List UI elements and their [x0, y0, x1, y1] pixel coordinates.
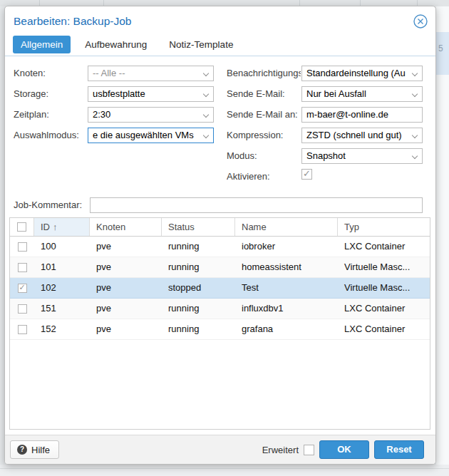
question-circle-icon — [17, 445, 27, 455]
table-header-row: ID↑ Knoten Status Name Typ — [10, 218, 430, 237]
row-checkbox[interactable] — [18, 263, 27, 272]
table-row[interactable]: 152pverunninggrafanaLXC Container — [10, 319, 430, 340]
select-all-checkbox-cell[interactable] — [10, 218, 34, 236]
dialog-title: Bearbeiten: Backup-Job — [14, 15, 131, 28]
vm-table-body: 100pverunningiobrokerLXC Container101pve… — [10, 237, 430, 340]
dialog-footer: Hilfe Erweitert OK Reset — [5, 435, 435, 464]
cell-name[interactable]: Test — [235, 278, 338, 298]
row-checkbox-cell[interactable] — [10, 319, 34, 339]
row-checkbox-cell[interactable] — [10, 257, 34, 277]
cell-knoten[interactable]: pve — [90, 257, 162, 277]
row-checkbox[interactable] — [18, 325, 27, 334]
row-checkbox[interactable] — [18, 242, 27, 252]
table-row[interactable]: 101pverunninghomeassistentVirtuelle Masc… — [10, 257, 430, 278]
cell-status[interactable]: running — [162, 299, 235, 319]
benachrichtigungsmodus-label: Benachrichtigungs — [227, 66, 301, 81]
chevron-down-icon — [412, 133, 418, 138]
tab-bar: Allgemein Aufbewahrung Notiz-Template — [13, 36, 241, 53]
cell-status[interactable]: running — [162, 319, 235, 339]
edit-backup-job-dialog: Bearbeiten: Backup-Job Allgemein Aufbewa… — [4, 6, 436, 465]
storage-label: Storage: — [14, 86, 86, 102]
kompression-select[interactable]: ZSTD (schnell und gut) — [301, 128, 423, 143]
zeitplan-combo[interactable]: 2:30 — [88, 107, 214, 123]
storage-select[interactable]: usbfestplatte — [88, 86, 214, 102]
modus-label: Modus: — [227, 148, 301, 164]
cell-typ[interactable]: Virtuelle Masc... — [338, 278, 430, 298]
chevron-down-icon — [412, 91, 418, 97]
chevron-down-icon — [203, 91, 209, 97]
tab-allgemein[interactable]: Allgemein — [13, 36, 71, 53]
cell-id[interactable]: 152 — [34, 319, 90, 339]
vm-selection-table: ID↑ Knoten Status Name Typ 100pverunning… — [9, 217, 430, 430]
close-icon[interactable] — [413, 14, 428, 29]
job-kommentar-label: Job-Kommentar: — [14, 197, 86, 213]
cell-status[interactable]: stopped — [162, 278, 235, 298]
knoten-select[interactable]: -- Alle -- — [88, 66, 214, 81]
background-bottom-strip — [0, 465, 449, 476]
column-header-status[interactable]: Status — [162, 218, 235, 236]
column-header-id[interactable]: ID↑ — [34, 218, 90, 236]
erweitert-label: Erweitert — [262, 445, 299, 455]
cell-knoten[interactable]: pve — [90, 299, 162, 319]
cell-typ[interactable]: LXC Container — [338, 237, 430, 257]
sende-email-an-label: Sende E-Mail an: — [227, 107, 301, 123]
help-button[interactable]: Hilfe — [10, 440, 59, 459]
chevron-down-icon — [203, 112, 209, 118]
sende-email-an-input[interactable]: m-baer@t-online.de — [301, 107, 423, 123]
chevron-down-icon — [203, 71, 209, 76]
chevron-down-icon — [412, 71, 418, 76]
benachrichtigungsmodus-select[interactable]: Standardeinstellung (Au — [301, 66, 423, 81]
cell-status[interactable]: running — [162, 257, 235, 277]
auswahlmodus-select[interactable]: e die ausgewählten VMs — [88, 128, 214, 143]
cell-knoten[interactable]: pve — [90, 278, 162, 298]
kompression-label: Kompression: — [227, 128, 301, 143]
knoten-label: Knoten: — [14, 66, 86, 81]
aktivieren-checkbox[interactable] — [301, 169, 312, 180]
modus-select[interactable]: Snapshot — [301, 148, 423, 164]
row-checkbox-cell[interactable] — [10, 237, 34, 257]
background-selected-row-fragment: 5 — [436, 32, 449, 75]
cell-status[interactable]: running — [162, 237, 235, 257]
cell-typ[interactable]: LXC Container — [338, 299, 430, 319]
column-header-knoten[interactable]: Knoten — [90, 218, 162, 236]
chevron-down-icon — [412, 153, 418, 159]
row-checkbox-cell[interactable] — [10, 278, 34, 298]
tab-separator — [5, 56, 435, 56]
row-checkbox-cell[interactable] — [10, 299, 34, 319]
cell-id[interactable]: 102 — [34, 278, 90, 298]
job-kommentar-input[interactable] — [90, 197, 423, 213]
sende-email-label: Sende E-Mail: — [227, 86, 301, 102]
tab-notiz-template[interactable]: Notiz-Template — [161, 36, 241, 53]
column-header-name[interactable]: Name — [235, 218, 338, 236]
sort-asc-icon: ↑ — [53, 222, 58, 232]
chevron-down-icon — [203, 133, 209, 138]
ok-button[interactable]: OK — [319, 440, 369, 459]
cell-id[interactable]: 101 — [34, 257, 90, 277]
cell-name[interactable]: iobroker — [235, 237, 338, 257]
reset-button[interactable]: Reset — [374, 440, 424, 459]
table-row[interactable]: 102pvestoppedTestVirtuelle Masc... — [10, 278, 430, 299]
select-all-checkbox[interactable] — [17, 222, 26, 232]
tab-aufbewahrung[interactable]: Aufbewahrung — [77, 36, 155, 53]
background-table-edge: 5 — [436, 6, 449, 465]
zeitplan-label: Zeitplan: — [14, 107, 86, 123]
cell-knoten[interactable]: pve — [90, 237, 162, 257]
row-checkbox[interactable] — [18, 304, 27, 314]
table-row[interactable]: 151pverunninginfluxdbv1LXC Container — [10, 299, 430, 319]
sende-email-select[interactable]: Nur bei Ausfall — [301, 86, 423, 102]
cell-knoten[interactable]: pve — [90, 319, 162, 339]
cell-id[interactable]: 100 — [34, 237, 90, 257]
table-row[interactable]: 100pverunningiobrokerLXC Container — [10, 237, 430, 257]
row-checkbox[interactable] — [18, 284, 27, 293]
cell-name[interactable]: homeassistent — [235, 257, 338, 277]
auswahlmodus-label: Auswahlmodus: — [14, 128, 86, 143]
erweitert-checkbox[interactable] — [304, 445, 314, 455]
aktivieren-label: Aktivieren: — [227, 169, 301, 185]
cell-name[interactable]: influxdbv1 — [235, 299, 338, 319]
column-header-typ[interactable]: Typ — [338, 218, 430, 236]
cell-id[interactable]: 151 — [34, 299, 90, 319]
cell-typ[interactable]: Virtuelle Masc... — [338, 257, 430, 277]
cell-name[interactable]: grafana — [235, 319, 338, 339]
cell-typ[interactable]: LXC Container — [338, 319, 430, 339]
